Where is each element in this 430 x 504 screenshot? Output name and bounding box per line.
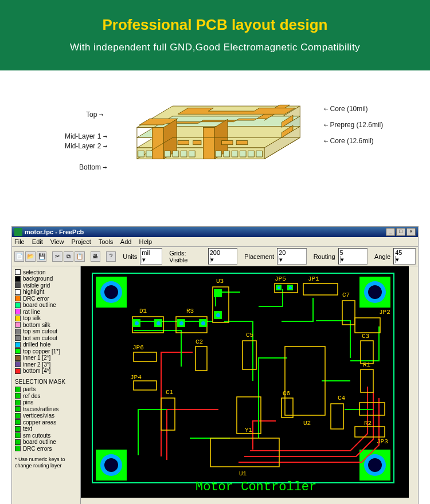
layer-label: rat line	[23, 309, 40, 315]
menu-help[interactable]: Help	[139, 238, 152, 245]
mask-label: DRC errors	[23, 446, 52, 452]
freepcb-window: motor.fpc - FreePcb _ □ × File Edit View…	[11, 226, 419, 504]
layer-item[interactable]: board outline	[15, 302, 77, 308]
toolbtn-cut[interactable]: ✂	[52, 251, 62, 262]
maximize-button[interactable]: □	[396, 228, 405, 236]
layer-item[interactable]: top sm cutout	[15, 328, 77, 334]
hero-banner: Professional PCB layout design With inde…	[0, 0, 430, 70]
toolbtn-print[interactable]: 🖶	[91, 251, 100, 262]
layer-swatch	[15, 289, 21, 295]
mask-swatch	[15, 406, 21, 412]
close-button[interactable]: ×	[406, 228, 416, 236]
layer-label: top silk	[23, 315, 41, 321]
toolbar: 📄 📂 💾 ✂ ⧉ 📋 🖶 ? Units ▾ Grids: Visible ▾…	[12, 247, 418, 266]
angle-field[interactable]	[395, 249, 411, 256]
mask-item[interactable]: board outline	[15, 439, 77, 445]
mask-label: text	[23, 426, 32, 432]
layer-item[interactable]: bot sm cutout	[15, 335, 77, 341]
svg-rect-11	[153, 127, 164, 159]
svg-rect-43	[243, 341, 256, 369]
placement-dropdown-icon[interactable]: ▾	[279, 256, 283, 263]
layer-swatch	[15, 302, 21, 308]
svg-rect-55	[355, 427, 385, 437]
layer-item[interactable]: inner 2 [3*]	[15, 361, 77, 368]
toolbtn-help[interactable]: ?	[106, 251, 116, 262]
mask-swatch	[15, 413, 21, 419]
svg-marker-22	[138, 151, 144, 157]
grids-dropdown-icon[interactable]: ▾	[210, 256, 214, 263]
mask-item[interactable]: traces/ratlines	[15, 406, 77, 412]
menu-project[interactable]: Project	[72, 238, 91, 245]
layer-item[interactable]: DRC error	[15, 296, 77, 302]
layer-swatch	[15, 296, 21, 301]
menubar: File Edit View Project Tools Add Help	[12, 237, 418, 247]
toolbtn-paste[interactable]: 📋	[75, 251, 84, 262]
layer-item[interactable]: selection	[15, 269, 77, 275]
angle-dropdown-icon[interactable]: ▾	[395, 256, 399, 263]
routing-dropdown-icon[interactable]: ▾	[340, 256, 344, 263]
svg-rect-46	[134, 352, 157, 361]
layer-item[interactable]: background	[15, 275, 77, 282]
svg-marker-24	[165, 151, 171, 157]
hero-subtitle: With independent full GND,Good Electroma…	[6, 42, 424, 53]
mask-item[interactable]: ref des	[15, 393, 77, 399]
layer-swatch	[15, 329, 21, 334]
units-field[interactable]	[142, 249, 157, 256]
routing-label: Routing	[314, 253, 335, 260]
grids-field[interactable]	[210, 249, 233, 256]
layer-swatch	[15, 316, 21, 321]
toolbtn-copy[interactable]: ⧉	[64, 251, 73, 262]
menu-file[interactable]: File	[14, 238, 25, 245]
titlebar[interactable]: motor.fpc - FreePcb _ □ ×	[12, 227, 418, 237]
minimize-button[interactable]: _	[386, 228, 395, 236]
menu-tools[interactable]: Tools	[99, 238, 114, 245]
layer-swatch	[15, 309, 21, 314]
layer-item[interactable]: bottom [4*]	[15, 368, 77, 374]
scrollbar-horizontal[interactable]	[81, 498, 409, 504]
layer-item[interactable]: rat line	[15, 309, 77, 315]
svg-rect-49	[303, 284, 338, 295]
layer-item[interactable]: top silk	[15, 315, 77, 321]
svg-marker-33	[256, 151, 263, 157]
selection-mask-header: SELECTION MASK	[15, 379, 77, 385]
toolbtn-new[interactable]: 📄	[14, 251, 24, 262]
layers-panel: selectionbackgroundvisible gridhighlight…	[12, 266, 81, 504]
layer-swatch	[15, 282, 21, 288]
layer-swatch	[15, 335, 21, 341]
svg-marker-25	[173, 151, 179, 157]
toolbtn-open[interactable]: 📂	[25, 251, 35, 262]
svg-marker-31	[240, 151, 246, 157]
mask-label: board outline	[23, 439, 56, 445]
menu-add[interactable]: Add	[120, 238, 132, 245]
layer-label: bottom silk	[23, 322, 50, 328]
layer-item[interactable]: top copper [1*]	[15, 348, 77, 355]
layer-item[interactable]: drilled hole	[15, 341, 77, 348]
mask-item[interactable]: sm cutouts	[15, 432, 77, 439]
pcb-canvas[interactable]: H2 H3 H1 H4 D1 R3 U3 C2 C5 C1 JP6 JP4	[81, 266, 418, 504]
mask-item[interactable]: vertices/vias	[15, 412, 77, 419]
mask-label: copper areas	[23, 419, 56, 426]
svg-rect-57	[285, 346, 325, 415]
mask-item[interactable]: text	[15, 426, 77, 432]
svg-marker-28	[216, 151, 222, 157]
svg-rect-56	[331, 404, 343, 429]
placement-field[interactable]	[279, 249, 302, 256]
layer-item[interactable]: bottom silk	[15, 322, 77, 328]
menu-edit[interactable]: Edit	[32, 238, 43, 245]
mask-item[interactable]: parts	[15, 386, 77, 392]
layer-item[interactable]: inner 1 [2*]	[15, 355, 77, 361]
layer-item[interactable]: highlight	[15, 289, 77, 295]
placement-label: Placement	[244, 253, 274, 260]
scrollbar-vertical[interactable]	[409, 266, 418, 498]
toolbtn-save[interactable]: 💾	[37, 251, 46, 262]
mask-swatch	[15, 387, 21, 392]
svg-rect-12	[203, 127, 214, 159]
mask-item[interactable]: copper areas	[15, 419, 77, 426]
mask-item[interactable]: DRC errors	[15, 446, 77, 452]
layer-item[interactable]: visible grid	[15, 282, 77, 289]
mask-item[interactable]: pins	[15, 399, 77, 405]
menu-view[interactable]: View	[50, 238, 64, 245]
units-dropdown-icon[interactable]: ▾	[142, 256, 146, 263]
routing-field[interactable]	[340, 249, 363, 256]
svg-marker-29	[224, 151, 230, 157]
